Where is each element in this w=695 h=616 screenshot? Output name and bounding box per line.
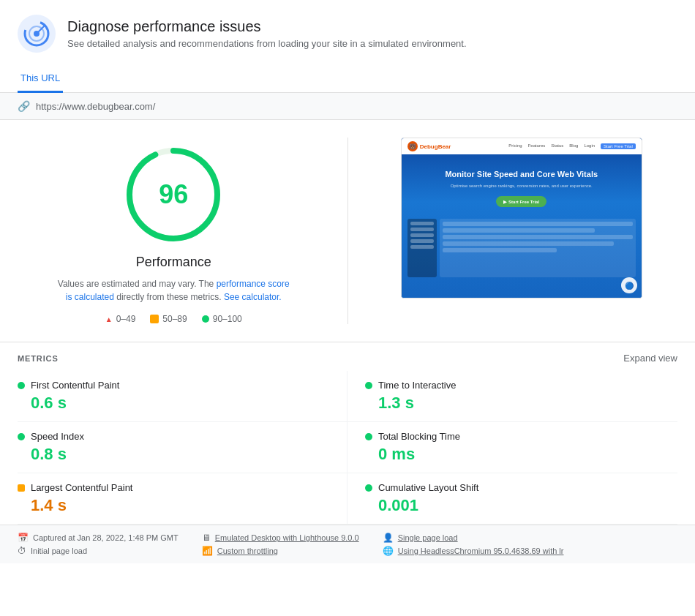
monitor-icon: 🖥 bbox=[202, 533, 211, 543]
score-label: Performance bbox=[136, 255, 211, 270]
metric-si: Speed Index 0.8 s bbox=[18, 422, 348, 473]
emulated-link[interactable]: Emulated Desktop with Lighthouse 9.0.0 bbox=[215, 533, 359, 542]
section-divider bbox=[348, 138, 348, 324]
performance-icon bbox=[18, 15, 56, 53]
metric-si-dot bbox=[18, 433, 25, 440]
metric-fcp-dot bbox=[18, 382, 25, 389]
fake-hero: Monitor Site Speed and Core Web Vitals O… bbox=[402, 154, 642, 214]
page-title: Diagnose performance issues bbox=[67, 18, 467, 35]
throttle-icon: 📶 bbox=[202, 546, 213, 556]
site-screenshot: 🐻 DebugBear Pricing Features Status Blog… bbox=[401, 138, 642, 298]
metric-fcp: First Contentful Paint 0.6 s bbox=[18, 371, 348, 422]
fake-nav: 🐻 DebugBear Pricing Features Status Blog… bbox=[402, 138, 642, 154]
metrics-section: METRICS Expand view First Contentful Pai… bbox=[0, 342, 695, 525]
score-circle: 96 bbox=[122, 143, 225, 246]
metric-tbt-name: Total Blocking Time bbox=[378, 431, 460, 442]
metric-lcp: Largest Contentful Paint 1.4 s bbox=[18, 473, 348, 525]
page-subtitle: See detailed analysis and recommendation… bbox=[67, 38, 467, 49]
screenshot-indicator: 🔵 bbox=[621, 277, 637, 293]
legend-orange: 50–89 bbox=[150, 314, 187, 324]
metric-tbt-value: 0 ms bbox=[365, 445, 677, 464]
chromium-icon: 🌐 bbox=[383, 546, 394, 556]
metric-tti-name: Time to Interactive bbox=[378, 380, 456, 391]
metric-lcp-value: 1.4 s bbox=[18, 496, 329, 515]
link-icon: 🔗 bbox=[18, 100, 30, 112]
metric-cls: Cumulative Layout Shift 0.001 bbox=[348, 473, 677, 525]
metrics-header: METRICS Expand view bbox=[18, 342, 677, 371]
calculator-link[interactable]: See calculator. bbox=[224, 292, 282, 302]
metrics-title: METRICS bbox=[18, 354, 59, 363]
timer-icon: ⏱ bbox=[18, 546, 26, 556]
metric-si-value: 0.8 s bbox=[18, 445, 329, 464]
metric-fcp-name: First Contentful Paint bbox=[31, 380, 119, 391]
screenshot-section: 🐻 DebugBear Pricing Features Status Blog… bbox=[366, 138, 678, 298]
single-page-link[interactable]: Single page load bbox=[398, 533, 458, 542]
expand-view-link[interactable]: Expand view bbox=[623, 353, 677, 364]
footer-using: 🌐 Using HeadlessChromium 95.0.4638.69 wi… bbox=[383, 546, 564, 556]
footer-emulated: 🖥 Emulated Desktop with Lighthouse 9.0.0 bbox=[202, 533, 359, 543]
footer-initial-load: ⏱ Initial page load bbox=[18, 546, 179, 556]
metric-lcp-dot bbox=[18, 484, 25, 492]
tab-this-url[interactable]: This URL bbox=[18, 65, 63, 93]
user-icon: 👤 bbox=[383, 533, 394, 543]
score-section: 96 Performance Values are estimated and … bbox=[18, 138, 330, 324]
url-bar: 🔗 https://www.debugbear.com/ bbox=[0, 93, 695, 120]
metric-tti-value: 1.3 s bbox=[365, 394, 677, 413]
legend-green: 90–100 bbox=[202, 314, 242, 324]
metric-tbt-dot bbox=[365, 433, 372, 440]
metric-cls-name: Cumulative Layout Shift bbox=[378, 482, 478, 493]
metric-lcp-name: Largest Contentful Paint bbox=[31, 482, 132, 493]
metric-fcp-value: 0.6 s bbox=[18, 394, 329, 413]
metric-cls-value: 0.001 bbox=[365, 496, 677, 515]
footer-throttling: 📶 Custom throttling bbox=[202, 546, 359, 556]
footer-col-middle: 🖥 Emulated Desktop with Lighthouse 9.0.0… bbox=[202, 533, 359, 556]
metric-tti-dot bbox=[365, 382, 372, 389]
throttling-link[interactable]: Custom throttling bbox=[217, 546, 278, 555]
score-legend: ▲ 0–49 50–89 90–100 bbox=[105, 314, 242, 324]
footer-captured: 📅 Captured at Jan 28, 2022, 1:48 PM GMT bbox=[18, 533, 179, 543]
metric-cls-dot bbox=[365, 484, 372, 492]
footer-single-page: 👤 Single page load bbox=[383, 533, 564, 543]
legend-red: ▲ 0–49 bbox=[105, 314, 136, 324]
header-text: Diagnose performance issues See detailed… bbox=[67, 18, 467, 49]
fake-dashboard bbox=[407, 219, 636, 277]
metric-tti: Time to Interactive 1.3 s bbox=[348, 371, 677, 422]
footer-col-right: 👤 Single page load 🌐 Using HeadlessChrom… bbox=[383, 533, 564, 556]
chromium-link[interactable]: Using HeadlessChromium 95.0.4638.69 with… bbox=[398, 546, 564, 555]
metrics-grid: First Contentful Paint 0.6 s Time to Int… bbox=[18, 371, 677, 525]
calendar-icon: 📅 bbox=[18, 533, 29, 543]
footer-col-left: 📅 Captured at Jan 28, 2022, 1:48 PM GMT … bbox=[18, 533, 179, 556]
footer: 📅 Captured at Jan 28, 2022, 1:48 PM GMT … bbox=[0, 525, 695, 563]
metric-si-name: Speed Index bbox=[31, 431, 84, 442]
url-text: https://www.debugbear.com/ bbox=[36, 101, 155, 112]
page-header: Diagnose performance issues See detailed… bbox=[0, 0, 695, 64]
score-description: Values are estimated and may vary. The p… bbox=[56, 277, 290, 304]
tabs-bar: This URL bbox=[0, 64, 695, 93]
metric-tbt: Total Blocking Time 0 ms bbox=[348, 422, 677, 473]
main-content: 96 Performance Values are estimated and … bbox=[0, 120, 695, 342]
score-value: 96 bbox=[159, 179, 188, 210]
